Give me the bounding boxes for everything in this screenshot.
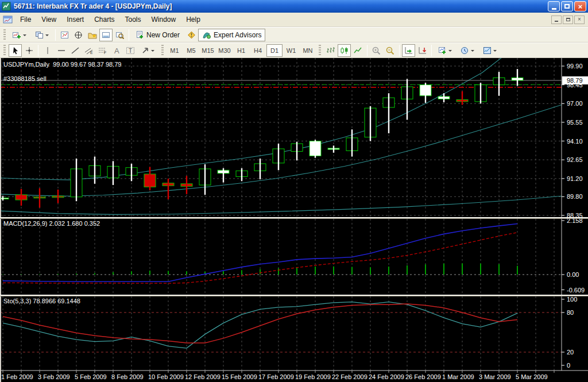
trendline-tool-button[interactable]	[68, 44, 82, 57]
menu-item-file[interactable]: File	[15, 13, 36, 26]
child-close-button[interactable]: ×	[574, 16, 585, 24]
toolbar-separator	[367, 45, 368, 56]
chart-area[interactable]: 99.9098.4597.0095.5594.1092.6591.2089.80…	[0, 58, 588, 382]
svg-text:E: E	[90, 51, 93, 55]
restore-button[interactable]	[561, 1, 573, 11]
mdi-window-controls: ×	[550, 16, 585, 24]
chart-shift-button[interactable]	[416, 44, 429, 57]
macd-label: MACD(12,26,9) 2.032 1.680 0.352	[3, 220, 100, 227]
metaeditor-button[interactable]	[184, 29, 198, 41]
timeframe-button-m1[interactable]: M1	[167, 44, 183, 57]
fibonacci-tool-button[interactable]: F	[96, 44, 109, 57]
svg-text:94.10: 94.10	[567, 138, 583, 145]
data-window-button[interactable]	[72, 29, 85, 41]
date-label: 22 Feb 2009	[332, 373, 368, 380]
new-order-button[interactable]: New Order	[131, 29, 184, 41]
restore-icon	[564, 4, 570, 9]
expert-advisors-button[interactable]: Expert Advisors	[198, 29, 265, 41]
expert-advisors-label: Expert Advisors	[214, 31, 261, 39]
crosshair-circle-icon	[74, 31, 83, 39]
terminal-button[interactable]	[99, 29, 113, 41]
svg-text:F: F	[104, 51, 106, 55]
chevron-down-icon	[493, 50, 497, 53]
date-label: 1 Mar 2009	[442, 373, 474, 380]
menu-item-help[interactable]: Help	[181, 13, 206, 26]
menu-item-insert[interactable]: Insert	[61, 13, 89, 26]
close-button[interactable]: ×	[574, 1, 586, 11]
order-line-label: #33088185 sell	[3, 75, 47, 82]
window-title: 56711: Interbank FX Tr ader 4 - [USDJPYm…	[14, 2, 547, 10]
timeframe-button-m15[interactable]: M15	[200, 44, 216, 57]
arrows-tool-button[interactable]	[137, 44, 158, 57]
date-label: 3 Feb 2009	[38, 373, 70, 380]
equidistant-channel-tool-button[interactable]: E	[82, 44, 95, 57]
new-chart-button[interactable]	[9, 29, 30, 41]
strategy-tester-button[interactable]	[113, 29, 126, 41]
magnifier-chart-icon	[115, 31, 124, 39]
periods-button[interactable]	[457, 44, 478, 57]
candle	[475, 83, 486, 103]
menu-item-tools[interactable]: Tools	[120, 13, 146, 26]
text-label-tool-button[interactable]: T	[123, 44, 137, 57]
child-minimize-button[interactable]	[551, 16, 562, 24]
toolbar-separator	[55, 29, 56, 41]
timeframe-button-d1[interactable]: D1	[266, 44, 283, 57]
toolbar-grip[interactable]	[3, 29, 6, 41]
trendline-icon	[71, 47, 79, 55]
line-chart-mode-button[interactable]	[351, 44, 365, 57]
zoom-out-button[interactable]	[384, 44, 397, 57]
horizontal-line-tool-button[interactable]	[55, 44, 68, 57]
candle	[365, 106, 376, 141]
toolbar-grip[interactable]	[319, 45, 321, 56]
profiles-button[interactable]	[31, 29, 53, 41]
new-order-icon	[136, 31, 144, 39]
text-tool-button[interactable]: A	[110, 44, 123, 57]
menu-item-window[interactable]: Window	[146, 13, 181, 26]
title-bar[interactable]: 56711: Interbank FX Tr ader 4 - [USDJPYm…	[0, 0, 588, 13]
mt4-window: 56711: Interbank FX Tr ader 4 - [USDJPYm…	[0, 0, 588, 382]
timeframe-button-m30[interactable]: M30	[216, 44, 233, 57]
menu-item-charts[interactable]: Charts	[89, 13, 119, 26]
templates-button[interactable]	[479, 44, 501, 57]
panel-separator[interactable]	[0, 295, 588, 296]
vertical-line-tool-button[interactable]	[41, 44, 54, 57]
auto-scroll-button[interactable]	[402, 44, 415, 57]
toolbar-separator	[38, 45, 38, 56]
date-label: 15 Feb 2009	[222, 373, 257, 380]
chevron-down-icon	[448, 50, 452, 53]
bars-icon	[326, 47, 335, 55]
indicators-button[interactable]	[434, 44, 456, 57]
child-close-icon: ×	[578, 17, 581, 22]
market-watch-icon	[60, 31, 69, 39]
clock-icon	[461, 47, 469, 55]
market-watch-button[interactable]	[58, 29, 71, 41]
menu-item-view[interactable]: View	[36, 13, 61, 26]
toolbar-grip[interactable]	[3, 45, 6, 56]
timeframe-button-mn[interactable]: MN	[300, 44, 316, 57]
template-icon	[483, 47, 492, 55]
horizontal-line-icon	[57, 47, 65, 55]
minimize-button[interactable]	[548, 1, 560, 11]
crosshair-tool-button[interactable]	[22, 44, 36, 57]
date-label: 3 Mar 2009	[479, 373, 511, 380]
navigator-button[interactable]	[86, 29, 99, 41]
svg-text:92.65: 92.65	[567, 156, 583, 163]
timeframe-button-w1[interactable]: W1	[283, 44, 299, 57]
indicators-icon	[438, 47, 447, 55]
timeframe-button-h1[interactable]: H1	[233, 44, 249, 57]
child-restore-button[interactable]	[563, 16, 573, 24]
candlestick-mode-button[interactable]	[338, 44, 351, 57]
expert-advisors-icon	[202, 31, 211, 39]
chevron-down-icon	[471, 50, 474, 53]
bar-chart-mode-button[interactable]	[324, 44, 337, 57]
zoom-in-button[interactable]	[370, 44, 383, 57]
panel-separator[interactable]	[0, 217, 588, 219]
timeframe-button-m5[interactable]: M5	[183, 44, 199, 57]
child-minimize-icon	[555, 21, 558, 22]
chart-window-icon	[3, 15, 13, 24]
date-label: 24 Feb 2009	[369, 373, 404, 380]
cursor-tool-button[interactable]	[9, 44, 22, 57]
timeframe-button-h4[interactable]: H4	[250, 44, 266, 57]
toolbar-grip[interactable]	[161, 45, 164, 56]
svg-text:0: 0	[567, 362, 570, 369]
